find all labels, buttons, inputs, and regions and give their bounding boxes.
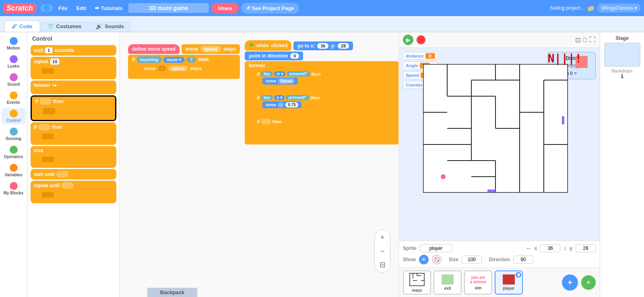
when-flag-block[interactable]: ⚑ when clicked	[245, 40, 291, 51]
define-block[interactable]: define move speed	[128, 44, 180, 54]
sensing-label: Sensing	[6, 136, 21, 141]
y-arrows-icon: ↕	[564, 245, 566, 252]
win-thumb-label: win	[475, 286, 482, 290]
sidebar-item-myblocks[interactable]: My Blocks	[2, 180, 26, 197]
normal-stage-button[interactable]: □	[583, 36, 587, 44]
if-w-block[interactable]: if key w ▾ pressed? then move Speed	[254, 70, 394, 93]
forever-script-block[interactable]: forever if key w ▾ pressed? then	[245, 61, 398, 144]
x-arrows-icon: ↔	[526, 245, 531, 252]
stage-area: ▶ ⊡ □ ⛶ distance 0 Angle -50	[398, 32, 600, 297]
if-empty-block[interactable]: if then	[254, 118, 394, 132]
sprite-thumb-maze[interactable]: maze	[403, 270, 431, 295]
file-menu[interactable]: File	[55, 4, 70, 13]
sounds-icon: 🔊	[96, 23, 102, 29]
sensing-dot	[10, 128, 18, 136]
size-label: Size	[449, 257, 458, 262]
tutorials-button[interactable]: ✏ Tutorials	[92, 4, 126, 13]
stage-panel: Stage Backdrops 1	[600, 32, 644, 297]
zoom-controls: + − ⊟	[374, 229, 390, 273]
repeat-until-block[interactable]: repeat until	[31, 181, 116, 203]
tab-sounds[interactable]: 🔊 Sounds	[89, 21, 131, 32]
project-title-input[interactable]	[128, 3, 209, 13]
edit-menu[interactable]: Edit	[73, 4, 89, 13]
point-direction-block[interactable]: point in direction 0	[245, 52, 303, 60]
svg-point-27	[441, 174, 446, 179]
tab-code[interactable]: 🖊 Code	[4, 21, 40, 32]
sound-dot	[10, 73, 18, 81]
sidebar-item-operators[interactable]: Operators	[2, 144, 26, 161]
add-sprite-controls: + +	[562, 270, 596, 295]
scripts-area[interactable]: define move speed move speed steps if to…	[120, 32, 398, 297]
sidebar-item-motion[interactable]: Motion	[2, 35, 26, 52]
if-touching-maze-block[interactable]: if touching maze ▾ ? then move - speed s…	[128, 55, 240, 79]
looks-label: Looks	[8, 64, 19, 68]
wait-block[interactable]: wait 1 seconds	[31, 45, 116, 56]
stop-button[interactable]	[417, 35, 425, 44]
folder-icon[interactable]: 📁	[587, 4, 595, 12]
y-input[interactable]	[576, 244, 596, 252]
show-visible-button[interactable]: 👁	[419, 255, 429, 264]
zoom-in-button[interactable]: +	[376, 231, 388, 243]
show-label: Show	[403, 257, 416, 262]
backdrops-label: Backdrops	[612, 68, 633, 73]
zoom-out-button[interactable]: −	[376, 245, 388, 257]
sprite-thumb-win[interactable]: you area winner win	[464, 270, 492, 295]
zoom-reset-button[interactable]: ⊟	[376, 259, 388, 271]
sprite-name-input[interactable]	[420, 244, 452, 252]
sprite-thumb-player[interactable]: 🗑 player	[495, 270, 523, 295]
repeat-block[interactable]: repeat 10	[31, 57, 116, 79]
sidebar-item-sensing[interactable]: Sensing	[2, 126, 26, 142]
svg-rect-29	[487, 190, 495, 192]
tab-costumes[interactable]: 👕 Costumes	[40, 21, 89, 32]
top-nav: Scratch 🌐 File Edit ✏ Tutorials Share ↺ …	[0, 0, 644, 16]
control-dot	[10, 109, 18, 118]
y-label: y	[570, 245, 572, 251]
define-script-group[interactable]: define move speed move speed steps if to…	[128, 44, 240, 80]
flag-script-group[interactable]: ⚑ when clicked go to x: 36 y: 28 point i…	[245, 40, 398, 144]
show-hidden-button[interactable]: 🚫	[432, 255, 442, 264]
sidebar-item-variables[interactable]: Variables	[2, 162, 26, 179]
sidebar-item-sound[interactable]: Sound	[2, 72, 26, 88]
green-flag-button[interactable]: ▶	[403, 35, 413, 45]
scratch-logo[interactable]: Scratch	[3, 3, 36, 13]
variables-dot	[10, 164, 18, 172]
looks-dot	[10, 55, 18, 63]
else-block[interactable]: else	[31, 146, 116, 168]
myblocks-dot	[10, 182, 18, 190]
user-menu[interactable]: WiingyClasses ▾	[597, 4, 641, 12]
sidebar-item-events[interactable]: Events	[2, 90, 26, 106]
dists-equals: =	[574, 71, 577, 76]
motion-label: Motion	[7, 46, 20, 50]
sprite-thumb-exit[interactable]: exit	[433, 270, 462, 295]
move-speed-steps-block[interactable]: move speed steps	[182, 44, 240, 54]
size-input[interactable]	[462, 256, 482, 264]
add-backdrop-button[interactable]: +	[581, 275, 596, 290]
backpack-bar[interactable]: Backpack	[147, 288, 197, 297]
move-neg-speed-block[interactable]: move - speed steps	[140, 64, 206, 72]
forever-block[interactable]: forever ↪	[31, 80, 116, 94]
direction-input[interactable]	[513, 256, 533, 264]
share-button[interactable]: Share	[211, 3, 239, 14]
add-sprite-button[interactable]: +	[562, 274, 578, 291]
if-s-block[interactable]: if key s ▾ pressed? then move - 0.7	[254, 94, 394, 116]
svg-rect-28	[562, 116, 564, 124]
globe-button[interactable]: 🌐	[40, 4, 53, 12]
fullscreen-button[interactable]: ⛶	[589, 36, 596, 44]
small-stage-button[interactable]: ⊡	[575, 36, 580, 44]
move-speed-inner-block[interactable]: move Speed	[262, 78, 298, 85]
x-input[interactable]	[540, 244, 560, 252]
if-then-block-highlighted[interactable]: if then	[31, 95, 116, 121]
exit-thumb-label: exit	[444, 286, 451, 291]
stage-thumbnail[interactable]	[604, 43, 640, 67]
delete-player-icon[interactable]: 🗑	[516, 272, 521, 278]
wait-until-block[interactable]: wait until	[31, 169, 116, 179]
sidebar-item-looks[interactable]: Looks	[2, 54, 26, 70]
sprite-thumbnails: maze exit you area winner win 🗑 player +…	[399, 268, 600, 297]
move-075-block[interactable]: move - 0.75	[262, 101, 301, 108]
if-then-block[interactable]: if then	[31, 122, 116, 145]
distance-monitor: distance 0	[403, 52, 438, 60]
sidebar-item-control[interactable]: Control	[2, 108, 26, 124]
backdrops-count: 1	[621, 73, 623, 79]
goto-block[interactable]: go to x: 36 y: 28	[293, 41, 353, 50]
see-project-button[interactable]: ↺ See Project Page	[241, 3, 299, 14]
